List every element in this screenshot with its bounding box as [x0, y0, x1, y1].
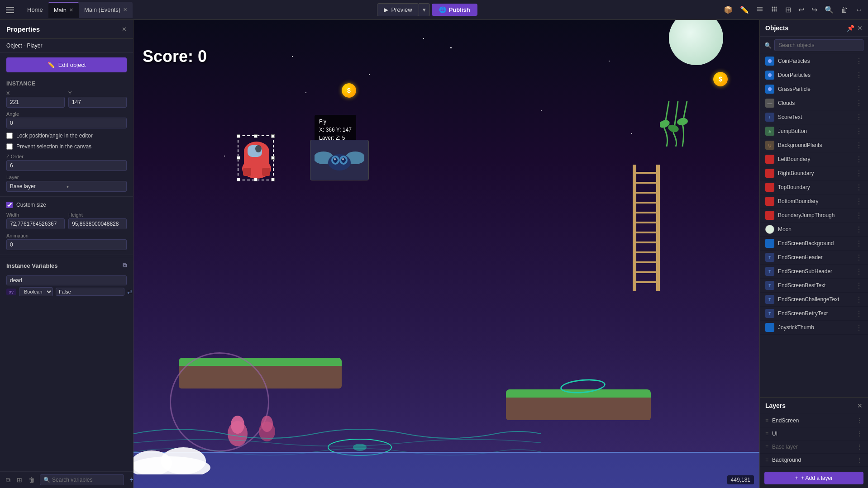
toolbar-icon-4[interactable] [769, 4, 780, 16]
object-item[interactable]: LeftBoundary ⋮ [760, 152, 868, 166]
object-item[interactable]: BackgroundPlants ⋮ [760, 138, 868, 152]
object-item[interactable]: DoorParticles ⋮ [760, 68, 868, 82]
handle-mr[interactable] [271, 156, 275, 160]
var-type-select[interactable]: Boolean Number String [19, 287, 53, 296]
object-item[interactable]: EndScreenBackground ⋮ [760, 237, 868, 251]
obj-menu-doorparticles[interactable]: ⋮ [855, 71, 863, 80]
x-input[interactable] [6, 97, 65, 108]
tab-main[interactable]: Main ✕ [48, 2, 79, 18]
object-item[interactable]: T EndScreenBestText ⋮ [760, 279, 868, 293]
obj-menu-bgplants[interactable]: ⋮ [855, 141, 863, 150]
obj-menu-endscreenchallengetext[interactable]: ⋮ [855, 295, 863, 304]
object-item[interactable]: T EndScreenHeader ⋮ [760, 251, 868, 265]
layer-menu-background[interactable]: ⋮ [856, 456, 863, 464]
custom-size-checkbox[interactable] [6, 202, 13, 208]
object-item[interactable]: CoinParticles ⋮ [760, 54, 868, 68]
object-item[interactable]: Moon ⋮ [760, 223, 868, 237]
obj-menu-rightboundary[interactable]: ⋮ [855, 169, 863, 178]
layer-item-bgcolor[interactable]: ≡ Background color ⋮ [760, 467, 868, 468]
toolbar-icon-8[interactable]: 🔍 [823, 4, 835, 16]
toolbar-icon-6[interactable]: ↩ [796, 4, 806, 16]
var-name-input[interactable] [6, 275, 127, 285]
obj-menu-moon[interactable]: ⋮ [855, 225, 863, 234]
obj-menu-leftboundary[interactable]: ⋮ [855, 155, 863, 164]
obj-menu-grassparticle[interactable]: ⋮ [855, 85, 863, 94]
toolbar-icon-7[interactable]: ↪ [810, 4, 819, 16]
obj-menu-clouds[interactable]: ⋮ [855, 99, 863, 108]
toolbar-icon-2[interactable]: ✏️ [738, 4, 751, 16]
search-variables-input[interactable] [40, 474, 124, 485]
preview-dropdown-button[interactable]: ▾ [419, 3, 430, 16]
var-duplicate-icon[interactable]: ⊞ [15, 475, 24, 485]
objects-pin-icon[interactable]: 📌 [847, 24, 854, 32]
obj-menu-bottomboundary[interactable]: ⋮ [855, 197, 863, 206]
layer-item-endscreen[interactable]: ≡ EndScreen ⋮ [760, 414, 868, 427]
object-item[interactable]: T EndScreenSubHeader ⋮ [760, 265, 868, 279]
external-link-icon[interactable]: ⧉ [123, 262, 127, 269]
layer-item-background[interactable]: ≡ Background ⋮ [760, 454, 868, 467]
layers-close-icon[interactable]: ✕ [857, 402, 863, 409]
layer-menu-baselayer[interactable]: ⋮ [856, 443, 863, 450]
object-item[interactable]: — Clouds ⋮ [760, 96, 868, 110]
angle-input[interactable] [6, 118, 127, 128]
width-input[interactable] [6, 218, 65, 229]
object-item[interactable]: T EndScreenRetryText ⋮ [760, 307, 868, 321]
obj-menu-jumpbutton[interactable]: ⋮ [855, 127, 863, 136]
tab-home[interactable]: Home [22, 2, 48, 18]
obj-menu-coinparticles[interactable]: ⋮ [855, 57, 863, 66]
toolbar-icon-1[interactable]: 📦 [722, 4, 734, 16]
layer-select[interactable]: Base layer ▾ [6, 181, 127, 192]
var-value-input[interactable] [56, 288, 124, 296]
layer-menu-endscreen[interactable]: ⋮ [856, 417, 863, 424]
var-link-icon[interactable]: ⇄ [127, 289, 132, 295]
height-input[interactable] [68, 218, 127, 229]
y-input[interactable] [68, 97, 127, 108]
object-item[interactable]: GrassParticle ⋮ [760, 82, 868, 96]
var-copy-icon[interactable]: ⧉ [5, 475, 12, 485]
tab-main-events-close[interactable]: ✕ [123, 7, 127, 13]
object-item[interactable]: JoystickThumb ⋮ [760, 321, 868, 335]
animation-input[interactable] [6, 239, 127, 250]
tab-main-events[interactable]: Main (Events) ✕ [79, 2, 133, 18]
player-selected[interactable] [238, 135, 274, 180]
toolbar-icon-10[interactable]: ↔ [854, 4, 864, 16]
obj-menu-boundaryjumpthrough[interactable]: ⋮ [855, 211, 863, 220]
layer-menu-ui[interactable]: ⋮ [856, 430, 863, 437]
handle-tr[interactable] [271, 134, 275, 138]
object-item[interactable]: RightBoundary ⋮ [760, 166, 868, 180]
properties-close-icon[interactable]: ✕ [122, 26, 127, 33]
preview-button[interactable]: ▶ Preview [377, 3, 419, 16]
var-delete-icon[interactable]: 🗑 [27, 475, 36, 485]
layer-item-baselayer[interactable]: ≡ Base layer ⋮ [760, 441, 868, 454]
object-item[interactable]: JumpButton ⋮ [760, 124, 868, 138]
handle-br[interactable] [271, 178, 275, 181]
search-objects-input[interactable] [774, 39, 863, 51]
edit-object-button[interactable]: ✏️ Edit object [6, 57, 127, 72]
obj-menu-endscreenretrytext[interactable]: ⋮ [855, 309, 863, 318]
obj-menu-endscreenbg[interactable]: ⋮ [855, 239, 863, 248]
handle-ml[interactable] [237, 156, 240, 160]
handle-bl[interactable] [237, 178, 240, 181]
publish-button[interactable]: 🌐 Publish [432, 4, 477, 16]
object-item[interactable]: T EndScreenChallengeText ⋮ [760, 293, 868, 307]
obj-menu-topboundary[interactable]: ⋮ [855, 183, 863, 192]
obj-menu-endscreenbesttext[interactable]: ⋮ [855, 281, 863, 290]
object-item[interactable]: TopBoundary ⋮ [760, 180, 868, 194]
objects-close-icon[interactable]: ✕ [857, 24, 863, 32]
object-item[interactable]: BottomBoundary ⋮ [760, 194, 868, 208]
object-item[interactable]: BoundaryJumpThrough ⋮ [760, 208, 868, 223]
layer-item-ui[interactable]: ≡ UI ⋮ [760, 427, 868, 441]
toolbar-icon-9[interactable]: 🗑 [839, 4, 850, 16]
prevent-checkbox[interactable] [6, 143, 13, 150]
z-order-input[interactable] [6, 160, 127, 171]
obj-menu-endscreensubheader[interactable]: ⋮ [855, 267, 863, 276]
lock-checkbox[interactable] [6, 133, 13, 139]
tab-main-close[interactable]: ✕ [69, 7, 73, 13]
obj-menu-scoretext[interactable]: ⋮ [855, 113, 863, 122]
add-layer-button[interactable]: + + Add a layer [764, 472, 863, 484]
toolbar-icon-3[interactable] [754, 4, 765, 16]
handle-tm[interactable] [254, 134, 258, 138]
add-variable-button[interactable]: + [128, 475, 134, 485]
obj-menu-endscreenheader[interactable]: ⋮ [855, 253, 863, 262]
handle-tl[interactable] [237, 134, 240, 138]
